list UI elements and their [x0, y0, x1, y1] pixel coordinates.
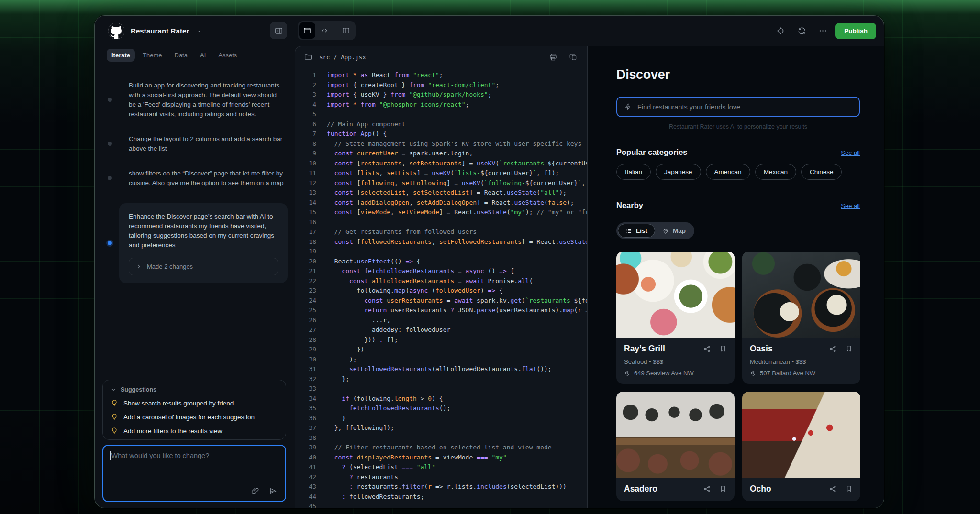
attachment-icon[interactable] — [251, 487, 259, 495]
window-content: IterateThemeDataAIAssets Build an app fo… — [95, 46, 884, 508]
category-chip-italian[interactable]: Italian — [616, 164, 651, 180]
chat-message-text: show filters on the “Discover” page that… — [129, 169, 285, 188]
code-line: 1import * as React from "react"; — [301, 70, 587, 80]
code-text: const fetchFollowedRestaurants = async (… — [327, 267, 514, 274]
tab-ai[interactable]: AI — [195, 49, 211, 62]
code-text: following.map(async (followedUser) => { — [327, 287, 503, 294]
line-number: 41 — [301, 462, 316, 472]
suggestion-item[interactable]: Add more filters to the results view — [111, 427, 278, 435]
restaurant-card[interactable]: Asadero — [616, 392, 735, 501]
code-line: 32 }; — [301, 374, 587, 384]
code-line: 41 ? (selectedList === "all" — [301, 462, 587, 472]
line-number: 14 — [301, 198, 316, 208]
tab-iterate[interactable]: Iterate — [107, 49, 135, 62]
app-switcher[interactable]: Restaurant Rater — [108, 23, 202, 39]
share-icon[interactable] — [829, 485, 837, 493]
map-toggle-button[interactable]: Map — [655, 224, 693, 237]
code-line: 34 if (following.length > 0) { — [301, 394, 587, 404]
nearby-see-all-link[interactable]: See all — [841, 202, 860, 209]
code-view-button[interactable] — [316, 22, 333, 39]
chat-message[interactable]: Change the layout to 2 columns and add a… — [129, 134, 285, 153]
lightbulb-icon — [111, 399, 118, 407]
restaurant-card[interactable]: Ray’s GrillSeafood • $$$649 Seaview Ave … — [616, 252, 735, 384]
line-number: 13 — [301, 188, 316, 198]
list-toggle-button[interactable]: List — [618, 224, 655, 238]
code-text: import { useKV } from "@github/spark/hoo… — [327, 91, 491, 98]
send-icon[interactable] — [269, 487, 278, 495]
code-text: // Main App component — [327, 120, 405, 128]
suggestion-item[interactable]: Add a carousel of images for each sugges… — [111, 413, 278, 421]
text-cursor — [110, 451, 111, 460]
code-line: 43 : restaurants.filter(r => r.lists.inc… — [301, 482, 587, 492]
line-number: 38 — [301, 433, 316, 443]
tab-data[interactable]: Data — [170, 49, 192, 62]
bookmark-icon[interactable] — [719, 345, 727, 352]
ellipsis-icon — [818, 26, 827, 35]
share-icon[interactable] — [829, 345, 837, 353]
category-chip-mexican[interactable]: Mexican — [755, 164, 796, 180]
target-button[interactable] — [772, 23, 789, 39]
chat-message[interactable]: show filters on the “Discover” page that… — [129, 169, 285, 188]
app-preview-panel: Discover Find restaurants your friends l… — [588, 46, 884, 508]
code-text: }) — [327, 346, 364, 353]
more-options-button[interactable] — [814, 23, 831, 39]
chat-message[interactable]: Build an app for discovering and trackin… — [129, 81, 285, 119]
publish-button[interactable]: Publish — [835, 23, 876, 39]
folder-icon[interactable] — [304, 53, 312, 61]
code-text: // Get restaurants from followed users — [327, 228, 477, 235]
bookmark-icon[interactable] — [845, 345, 853, 352]
active-chat-message[interactable]: Enhance the Discover page’s search bar w… — [119, 203, 288, 283]
category-chip-chinese[interactable]: Chinese — [801, 164, 842, 180]
composer-input[interactable]: What would you like to change? — [102, 445, 286, 502]
refresh-button[interactable] — [793, 23, 810, 39]
bookmark-icon[interactable] — [845, 485, 853, 492]
chat-message-text: Enhance the Discover page’s search bar w… — [129, 212, 278, 250]
line-number: 4 — [301, 100, 316, 110]
split-view-button[interactable] — [338, 22, 354, 39]
code-line: 7function App() { — [301, 129, 587, 139]
code-line: 29 }) — [301, 345, 587, 355]
panel-tabs: IterateThemeDataAIAssets — [95, 46, 295, 62]
restaurant-card[interactable]: Ocho — [742, 392, 860, 501]
code-text: import { createRoot } from "react-dom/cl… — [327, 81, 499, 88]
line-number: 6 — [301, 120, 316, 130]
preview-view-button[interactable] — [299, 22, 315, 39]
timeline-dot — [108, 98, 112, 102]
code-text: const displayedRestaurants = viewMode ==… — [327, 454, 507, 461]
code-text: ? restaurants — [327, 473, 398, 481]
category-chip-japanese[interactable]: Japanese — [656, 164, 701, 180]
search-placeholder: Find restaurants your friends love — [637, 103, 740, 111]
line-number: 11 — [301, 168, 316, 178]
toggle-sidebar-button[interactable] — [270, 22, 287, 39]
code-line: 5 — [301, 109, 587, 120]
code-text: fetchFollowedRestaurants(); — [327, 405, 450, 412]
restaurant-card[interactable]: OasisMediterranean • $$$507 Ballard Ave … — [742, 252, 860, 384]
code-line: 10 const [restaurants, setRestaurants] =… — [301, 159, 587, 169]
print-icon[interactable] — [549, 53, 557, 61]
popular-see-all-link[interactable]: See all — [841, 149, 860, 156]
changes-summary[interactable]: Made 2 changes — [129, 258, 278, 275]
suggestions-header[interactable]: Suggestions — [111, 386, 278, 393]
share-icon[interactable] — [703, 345, 711, 353]
search-input[interactable]: Find restaurants your friends love — [616, 97, 860, 117]
restaurant-name: Oasis — [750, 344, 829, 354]
code-editor-panel[interactable]: src / App.jsx 1import * as React from "r… — [295, 46, 588, 508]
tab-assets[interactable]: Assets — [213, 49, 242, 62]
tab-theme[interactable]: Theme — [138, 49, 167, 62]
titlebar: Restaurant Rater — [95, 16, 884, 46]
code-text: const [addDialogOpen, setAddDialogOpen] … — [327, 199, 574, 206]
code-text: const userRestaurants = await spark.kv.g… — [327, 297, 587, 304]
lightbulb-icon — [111, 427, 118, 435]
copy-icon[interactable] — [569, 53, 578, 61]
code-text: React.useEffect(() => { — [327, 258, 421, 265]
code-content[interactable]: 1import * as React from "react";2import … — [295, 67, 587, 508]
line-number: 17 — [301, 227, 316, 237]
line-number: 37 — [301, 423, 316, 433]
code-line: 13 const [selectedList, setSelectedList]… — [301, 188, 587, 198]
composer-placeholder: What would you like to change? — [110, 451, 278, 460]
category-chip-american[interactable]: American — [706, 164, 750, 180]
suggestion-item[interactable]: Show search results grouped by friend — [111, 399, 278, 407]
share-icon[interactable] — [703, 485, 711, 493]
bookmark-icon[interactable] — [719, 485, 727, 492]
line-number: 32 — [301, 374, 316, 384]
